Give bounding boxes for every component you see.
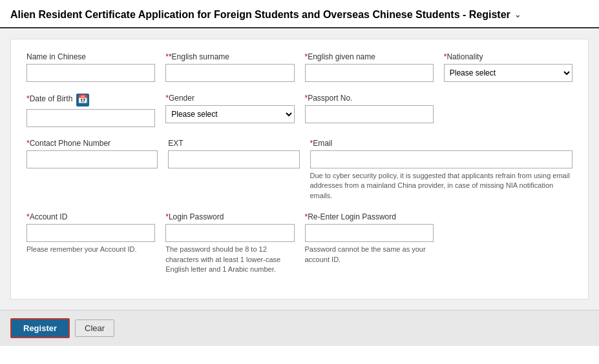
page-wrapper: Alien Resident Certificate Application f… xyxy=(0,0,599,364)
calendar-icon[interactable] xyxy=(76,94,89,106)
passport-group: *Passport No. xyxy=(305,94,434,123)
date-of-birth-group: *Date of Birth xyxy=(26,94,155,127)
english-surname-label: **English surname xyxy=(165,52,294,61)
gender-select[interactable]: Please select xyxy=(165,105,294,123)
form-row-2: *Date of Birth *Gender Please select xyxy=(26,94,573,127)
login-password-input[interactable] xyxy=(165,224,294,242)
re-enter-password-input[interactable] xyxy=(305,224,434,242)
passport-label: *Passport No. xyxy=(305,94,434,103)
register-button[interactable]: Register xyxy=(10,318,70,338)
name-in-chinese-group: Name in Chinese xyxy=(26,52,155,82)
re-enter-password-label: *Re-Enter Login Password xyxy=(305,212,434,221)
name-in-chinese-label: Name in Chinese xyxy=(26,52,155,61)
nationality-group: *Nationality Please select xyxy=(444,52,573,82)
english-given-name-input[interactable] xyxy=(305,64,434,82)
clear-button[interactable]: Clear xyxy=(75,319,114,337)
ext-group: EXT xyxy=(168,139,299,168)
english-given-name-label: *English given name xyxy=(305,52,434,61)
contact-phone-label: *Contact Phone Number xyxy=(26,139,158,148)
contact-phone-group: *Contact Phone Number xyxy=(26,139,158,168)
gender-label: *Gender xyxy=(165,94,294,103)
account-id-label: *Account ID xyxy=(26,212,155,221)
form-row-1: Name in Chinese **English surname *Engli… xyxy=(26,52,573,82)
email-group: *Email Due to cyber security policy, it … xyxy=(310,139,573,201)
gender-group: *Gender Please select xyxy=(165,94,294,123)
email-input[interactable] xyxy=(310,150,573,168)
login-password-group: *Login Password The password should be 8… xyxy=(165,212,294,274)
dob-label-row: *Date of Birth xyxy=(26,94,155,106)
passport-input[interactable] xyxy=(305,105,434,123)
chevron-down-icon[interactable]: ⌄ xyxy=(514,10,521,19)
email-label: *Email xyxy=(310,139,573,148)
nationality-select[interactable]: Please select xyxy=(444,64,573,82)
english-given-name-group: *English given name xyxy=(305,52,434,82)
re-enter-password-helper-text: Password cannot be the same as your acco… xyxy=(305,245,434,265)
login-password-helper-text: The password should be 8 to 12 character… xyxy=(165,245,294,274)
contact-phone-input[interactable] xyxy=(26,150,158,168)
nationality-label: *Nationality xyxy=(444,52,573,61)
re-enter-password-group: *Re-Enter Login Password Password cannot… xyxy=(305,212,434,265)
english-surname-group: **English surname xyxy=(165,52,294,82)
account-id-group: *Account ID Please remember your Account… xyxy=(26,212,155,254)
title-text: Alien Resident Certificate Application f… xyxy=(10,9,510,21)
email-helper-text: Due to cyber security policy, it is sugg… xyxy=(310,171,573,201)
date-of-birth-input[interactable] xyxy=(26,109,155,127)
name-in-chinese-input[interactable] xyxy=(26,64,155,82)
form-card: Name in Chinese **English surname *Engli… xyxy=(10,39,589,299)
account-id-input[interactable] xyxy=(26,224,155,242)
form-row-3: *Contact Phone Number EXT *Email Due to … xyxy=(26,139,573,201)
footer-area: Register Clear xyxy=(0,310,599,346)
account-id-helper-text: Please remember your Account ID. xyxy=(26,245,155,254)
ext-input[interactable] xyxy=(168,150,299,168)
login-password-label: *Login Password xyxy=(165,212,294,221)
page-title: Alien Resident Certificate Application f… xyxy=(10,9,589,21)
content-area: Name in Chinese **English surname *Engli… xyxy=(0,28,599,310)
page-header: Alien Resident Certificate Application f… xyxy=(0,0,599,28)
form-row-4: *Account ID Please remember your Account… xyxy=(26,212,573,274)
ext-label: EXT xyxy=(168,139,299,148)
english-surname-input[interactable] xyxy=(165,64,294,82)
date-of-birth-label: *Date of Birth xyxy=(26,94,72,103)
